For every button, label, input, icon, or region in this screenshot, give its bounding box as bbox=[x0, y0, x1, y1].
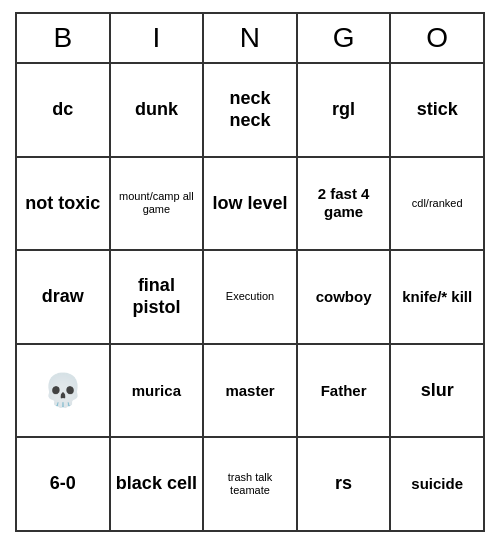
cell-r4c4[interactable]: Father bbox=[298, 345, 392, 437]
cell-r3c1[interactable]: draw bbox=[17, 251, 111, 343]
header-o: O bbox=[391, 14, 483, 62]
cell-r4c3[interactable]: master bbox=[204, 345, 298, 437]
cell-r1c1[interactable]: dc bbox=[17, 64, 111, 156]
bingo-header: B I N G O bbox=[17, 14, 483, 64]
cell-r4c2[interactable]: murica bbox=[111, 345, 205, 437]
cell-r1c4[interactable]: rgl bbox=[298, 64, 392, 156]
cell-r1c2[interactable]: dunk bbox=[111, 64, 205, 156]
header-g: G bbox=[298, 14, 392, 62]
cell-r5c3[interactable]: trash talk teamate bbox=[204, 438, 298, 530]
cell-r2c4[interactable]: 2 fast 4 game bbox=[298, 158, 392, 250]
cell-r4c5[interactable]: slur bbox=[391, 345, 483, 437]
bingo-row: 6-0 black cell trash talk teamate rs sui… bbox=[17, 438, 483, 530]
bingo-row: 💀 murica master Father slur bbox=[17, 345, 483, 439]
bingo-grid: dc dunk neck neck rgl stick not toxic mo… bbox=[17, 64, 483, 530]
cell-r5c5[interactable]: suicide bbox=[391, 438, 483, 530]
cell-r1c5[interactable]: stick bbox=[391, 64, 483, 156]
cell-r3c2[interactable]: final pistol bbox=[111, 251, 205, 343]
cell-r2c3[interactable]: low level bbox=[204, 158, 298, 250]
cell-r3c3[interactable]: Execution bbox=[204, 251, 298, 343]
cell-r1c3[interactable]: neck neck bbox=[204, 64, 298, 156]
cell-r5c1[interactable]: 6-0 bbox=[17, 438, 111, 530]
bingo-row: dc dunk neck neck rgl stick bbox=[17, 64, 483, 158]
bingo-row: draw final pistol Execution cowboy knife… bbox=[17, 251, 483, 345]
bingo-row: not toxic mount/camp all game low level … bbox=[17, 158, 483, 252]
cell-r5c2[interactable]: black cell bbox=[111, 438, 205, 530]
cell-r4c1[interactable]: 💀 bbox=[17, 345, 111, 437]
header-i: I bbox=[111, 14, 205, 62]
header-n: N bbox=[204, 14, 298, 62]
bingo-card: B I N G O dc dunk neck neck rgl stick no… bbox=[15, 12, 485, 532]
cell-r2c5[interactable]: cdl/ranked bbox=[391, 158, 483, 250]
header-b: B bbox=[17, 14, 111, 62]
cell-r5c4[interactable]: rs bbox=[298, 438, 392, 530]
cell-r3c5[interactable]: knife/* kill bbox=[391, 251, 483, 343]
cell-r2c2[interactable]: mount/camp all game bbox=[111, 158, 205, 250]
cell-r2c1[interactable]: not toxic bbox=[17, 158, 111, 250]
cell-r3c4[interactable]: cowboy bbox=[298, 251, 392, 343]
